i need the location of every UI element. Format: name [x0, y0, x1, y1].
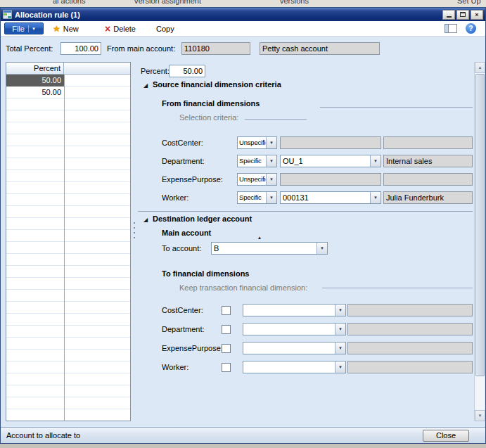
- collapse-section-icon[interactable]: ◢: [143, 82, 148, 89]
- chevron-down-icon[interactable]: ▼: [266, 174, 276, 185]
- from-financial-dimensions-label: From financial dimensions: [162, 97, 260, 110]
- separator-line: [320, 107, 473, 108]
- delete-button-label: Delete: [113, 25, 136, 33]
- window-layout-button[interactable]: [445, 24, 457, 33]
- source-dimension-mode-select[interactable]: Specific ▼: [237, 191, 277, 204]
- grid-column-header-blank[interactable]: [64, 63, 130, 74]
- keep-dimension-checkbox[interactable]: [222, 363, 231, 372]
- chevron-down-icon[interactable]: ▼: [335, 361, 345, 373]
- destination-section-title[interactable]: Destination ledger account: [153, 212, 252, 225]
- keep-dimension-checkbox[interactable]: [222, 306, 231, 315]
- combo-value: B: [212, 243, 316, 254]
- layout-icon: [445, 25, 449, 32]
- percent-grid[interactable]: Percent 50.00 50.00: [6, 62, 131, 421]
- close-window-button[interactable]: ×: [471, 10, 483, 20]
- grid-column-divider: [64, 75, 65, 421]
- scrollbar-thumb[interactable]: [475, 74, 485, 376]
- destination-dimension-select[interactable]: ▼: [243, 342, 346, 354]
- keep-transaction-line: [322, 288, 473, 288]
- to-financial-dimensions-label: To financial dimensions: [162, 267, 249, 280]
- destination-dimension-name-field: [347, 361, 473, 373]
- new-button[interactable]: ★ New: [53, 23, 79, 34]
- minimize-icon: [447, 16, 452, 18]
- total-percent-field[interactable]: 100.00: [60, 42, 101, 55]
- window-controls: ×: [442, 10, 483, 20]
- combo-value: [243, 305, 335, 316]
- chevron-down-icon[interactable]: ▼: [335, 343, 345, 354]
- destination-dimension-select[interactable]: ▼: [243, 361, 346, 373]
- destination-dimension-label: ExpensePurpose:: [162, 342, 223, 354]
- source-dimension-value-disabled: [280, 136, 381, 149]
- total-percent-label: Total Percent:: [6, 42, 53, 55]
- chevron-down-icon[interactable]: ▼: [266, 192, 276, 203]
- combo-value: [243, 361, 335, 373]
- scroll-up-arrow-icon[interactable]: ▲: [250, 234, 269, 241]
- background-text: al actions: [53, 0, 85, 5]
- file-menu-button[interactable]: File ▼: [4, 23, 44, 34]
- scroll-up-button[interactable]: ▲: [475, 62, 485, 73]
- help-button[interactable]: ?: [466, 23, 476, 34]
- chevron-down-icon[interactable]: ▼: [370, 155, 381, 167]
- maximize-button[interactable]: [456, 10, 469, 20]
- source-dimension-label: CostCenter:: [162, 136, 203, 149]
- source-dimension-value-select[interactable]: 000131 ▼: [280, 191, 381, 204]
- to-account-select[interactable]: B ▼: [211, 242, 328, 255]
- destination-dimension-select[interactable]: ▼: [243, 323, 346, 335]
- destination-dimension-name-field: [347, 323, 473, 335]
- help-icon: ?: [468, 25, 473, 32]
- close-icon: ×: [475, 11, 478, 18]
- vertical-scrollbar[interactable]: ▲ ▼: [474, 62, 485, 421]
- title-bar: Allocation rule (1) ×: [1, 8, 485, 21]
- keep-dimension-checkbox[interactable]: [222, 325, 231, 334]
- minimize-button[interactable]: [442, 10, 455, 20]
- maximize-icon: [460, 12, 466, 17]
- destination-dimension-label: Department:: [162, 323, 205, 335]
- combo-value: Unspecific: [238, 174, 266, 185]
- source-dimension-name-field: Internal sales: [383, 155, 473, 167]
- collapse-section-icon[interactable]: ◢: [143, 217, 148, 224]
- chevron-down-icon[interactable]: ▼: [266, 155, 276, 167]
- keep-dimension-checkbox[interactable]: [222, 344, 231, 353]
- grid-row[interactable]: 50.00: [6, 87, 64, 98]
- chevron-down-icon[interactable]: ▼: [335, 324, 345, 335]
- destination-dimension-label: Worker:: [162, 361, 188, 373]
- close-button[interactable]: Close: [423, 430, 469, 442]
- percent-label: Percent:: [141, 65, 170, 77]
- combo-value: Unspecific: [238, 137, 266, 148]
- grid-row-selected[interactable]: 50.00: [6, 75, 64, 87]
- source-dimension-mode-select[interactable]: Unspecific ▼: [237, 173, 277, 186]
- status-text: Account to allocate to: [6, 429, 80, 442]
- destination-dimension-label: CostCenter:: [162, 304, 203, 316]
- source-section-title[interactable]: Source financial dimension criteria: [153, 78, 281, 91]
- chevron-down-icon[interactable]: ▼: [335, 305, 345, 316]
- background-text: Version assignment: [134, 0, 201, 5]
- splitter-dot: [134, 227, 135, 229]
- scroll-down-button[interactable]: ▼: [475, 410, 485, 421]
- delete-button[interactable]: × Delete: [105, 23, 136, 34]
- source-dimension-name-field: [383, 136, 473, 149]
- allocation-rule-window: Allocation rule (1) × File ▼ ★ New × Del…: [0, 7, 486, 444]
- source-dimension-value-select[interactable]: OU_1 ▼: [280, 155, 381, 167]
- keep-transaction-label: Keep transaction financial dimension:: [179, 281, 307, 294]
- chevron-down-icon[interactable]: ▼: [370, 192, 381, 203]
- grid-column-header-percent[interactable]: Percent: [6, 63, 64, 74]
- grid-body[interactable]: 50.00 50.00: [6, 75, 130, 421]
- splitter-dot: [134, 222, 135, 224]
- pane-splitter[interactable]: [132, 222, 137, 250]
- combo-value: Specific: [238, 192, 266, 203]
- source-dimension-mode-select[interactable]: Specific ▼: [237, 155, 277, 167]
- window-title: Allocation rule (1): [15, 11, 80, 19]
- percent-field[interactable]: 50.00: [169, 65, 205, 77]
- background-text: Set Up: [457, 0, 481, 5]
- chevron-down-icon[interactable]: ▼: [316, 243, 327, 254]
- main-account-name-field: Petty cash account: [260, 42, 380, 55]
- splitter-dot: [134, 232, 135, 233]
- window-icon: [3, 10, 12, 19]
- to-account-label: To account:: [162, 242, 201, 255]
- destination-dimension-select[interactable]: ▼: [243, 304, 346, 316]
- copy-button[interactable]: Copy: [156, 23, 174, 34]
- source-dimension-mode-select[interactable]: Unspecific ▼: [237, 136, 277, 149]
- chevron-down-icon[interactable]: ▼: [266, 137, 276, 148]
- section-divider-line: [138, 211, 473, 212]
- from-main-account-field: 110180: [181, 42, 250, 55]
